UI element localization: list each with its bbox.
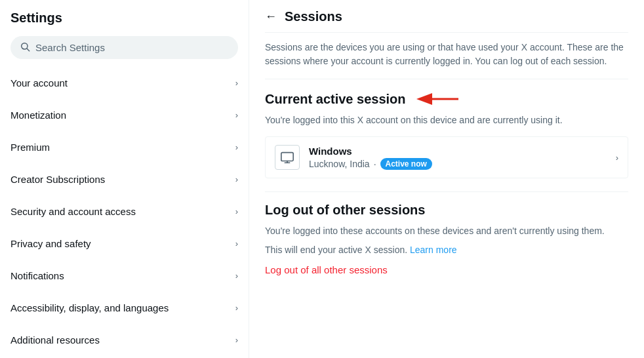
sidebar: Settings Search Settings Your account › …	[0, 0, 249, 358]
red-arrow-indicator	[414, 90, 460, 108]
page-title: Sessions	[285, 9, 342, 24]
log-out-heading: Log out of other sessions	[265, 203, 628, 218]
nav-chevron-monetization: ›	[235, 110, 238, 120]
active-session-item[interactable]: Windows Lucknow, India · Active now ›	[265, 136, 628, 178]
nav-item-label-premium: Premium	[10, 142, 50, 153]
sidebar-item-monetization[interactable]: Monetization ›	[0, 99, 249, 131]
nav-item-label-security-account-access: Security and account access	[10, 206, 136, 217]
nav-chevron-premium: ›	[235, 142, 238, 152]
nav-chevron-accessibility-display-languages: ›	[235, 303, 238, 313]
search-icon	[20, 41, 30, 54]
sidebar-item-creator-subscriptions[interactable]: Creator Subscriptions ›	[0, 163, 249, 195]
nav-item-label-accessibility-display-languages: Accessibility, display, and languages	[10, 302, 169, 313]
current-session-section: Current active session You're logged int…	[265, 79, 628, 191]
back-button[interactable]: ←	[265, 10, 277, 24]
nav-item-label-creator-subscriptions: Creator Subscriptions	[10, 174, 105, 185]
device-name: Windows	[309, 146, 432, 157]
sidebar-item-premium[interactable]: Premium ›	[0, 131, 249, 163]
session-info: Windows Lucknow, India · Active now	[309, 146, 432, 170]
sidebar-item-privacy-safety[interactable]: Privacy and safety ›	[0, 228, 249, 260]
learn-more-link[interactable]: Learn more	[410, 245, 457, 255]
nav-list: Your account › Monetization › Premium › …	[0, 67, 249, 356]
nav-item-label-notifications: Notifications	[10, 270, 64, 281]
log-out-description: You're logged into these accounts on the…	[265, 224, 628, 238]
nav-item-label-additional-resources: Additional resources	[10, 334, 100, 346]
session-left: Windows Lucknow, India · Active now	[275, 145, 432, 170]
sidebar-item-security-account-access[interactable]: Security and account access ›	[0, 195, 249, 228]
settings-title: Settings	[0, 5, 249, 33]
nav-chevron-additional-resources: ›	[235, 335, 238, 345]
nav-item-label-monetization: Monetization	[10, 109, 66, 121]
sidebar-item-your-account[interactable]: Your account ›	[0, 67, 249, 99]
nav-item-label-privacy-safety: Privacy and safety	[10, 238, 91, 249]
nav-chevron-privacy-safety: ›	[235, 239, 238, 249]
sidebar-item-additional-resources[interactable]: Additional resources ›	[0, 324, 249, 356]
main-content: ← Sessions Sessions are the devices you …	[249, 0, 644, 358]
device-icon	[275, 145, 300, 170]
nav-chevron-notifications: ›	[235, 271, 238, 281]
search-placeholder-text: Search Settings	[35, 42, 105, 53]
nav-chevron-your-account: ›	[235, 78, 238, 88]
sidebar-item-accessibility-display-languages[interactable]: Accessibility, display, and languages ›	[0, 292, 249, 324]
svg-rect-4	[281, 153, 293, 161]
log-out-note: This will end your active X session. Lea…	[265, 245, 628, 255]
sidebar-item-notifications[interactable]: Notifications ›	[0, 260, 249, 292]
nav-chevron-creator-subscriptions: ›	[235, 174, 238, 184]
log-out-section: Log out of other sessions You're logged …	[265, 192, 628, 275]
session-chevron-icon: ›	[616, 153, 618, 163]
current-session-heading: Current active session	[265, 90, 628, 108]
log-out-all-sessions-link[interactable]: Log out of all other sessions	[265, 264, 388, 275]
current-session-subtitle: You're logged into this X account on thi…	[265, 113, 628, 127]
sessions-description: Sessions are the devices you are using o…	[265, 33, 628, 79]
search-box[interactable]: Search Settings	[10, 36, 238, 59]
nav-chevron-security-account-access: ›	[235, 207, 238, 216]
active-badge: Active now	[380, 158, 432, 170]
nav-item-label-your-account: Your account	[10, 77, 68, 89]
session-location: Lucknow, India · Active now	[309, 158, 432, 170]
search-container[interactable]: Search Settings	[0, 33, 249, 67]
svg-line-1	[27, 49, 30, 51]
content-header: ← Sessions	[265, 0, 628, 33]
